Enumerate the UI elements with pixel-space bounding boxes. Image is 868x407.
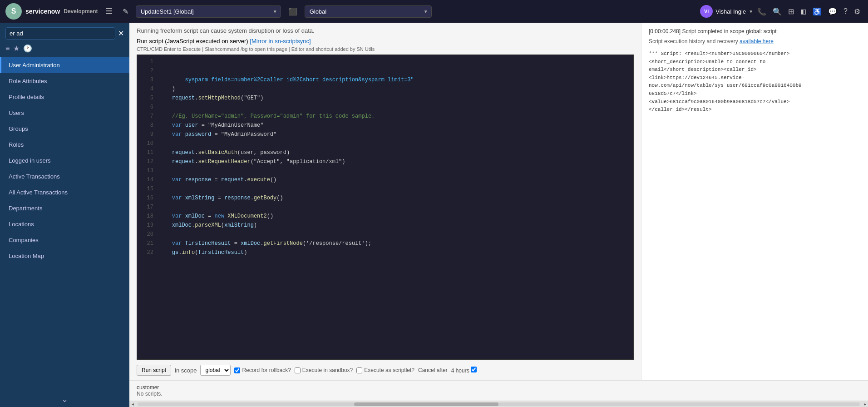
line-number: 10 <box>141 140 153 149</box>
sidebar-list-btn[interactable]: ≡ <box>5 45 10 53</box>
monitor-btn[interactable]: ⬛ <box>286 5 300 18</box>
sidebar-item-8[interactable]: All Active Transactions <box>0 184 129 200</box>
user-chevron: ▼ <box>749 9 753 14</box>
sidebar-item-5[interactable]: Roles <box>0 137 129 153</box>
customer-label: customer <box>137 384 861 391</box>
sidebar-item-7[interactable]: Active Transactions <box>0 169 129 184</box>
sidebar-item-6[interactable]: Logged in users <box>0 153 129 169</box>
editor-shortcuts: CTRL/CMD Enter to Execute | Slashcommand… <box>137 46 634 52</box>
sidebar-item-1[interactable]: Role Attributes <box>0 73 129 89</box>
line-number: 5 <box>141 95 153 104</box>
user-name: Vishal Ingle <box>715 8 746 15</box>
sidebar-item-2[interactable]: Profile details <box>0 89 129 105</box>
sidebar-item-label-4: Groups <box>9 125 28 132</box>
grid-icon-btn[interactable]: ⊞ <box>786 5 796 18</box>
sidebar-search-input[interactable] <box>5 27 115 40</box>
line-number: 22 <box>141 249 153 258</box>
line-number: 1 <box>141 59 153 68</box>
line-number: 2 <box>141 68 153 77</box>
accessibility-btn[interactable]: ♿ <box>810 5 824 18</box>
editor-title: Run script (JavaScript executed on serve… <box>137 38 634 45</box>
sidebar-toggle-btn[interactable]: ◧ <box>798 5 809 17</box>
sidebar-star-btn[interactable]: ★ <box>13 44 20 53</box>
output-history-prefix: Script execution history and recovery <box>649 38 740 45</box>
line-number: 7 <box>141 113 153 122</box>
sidebar-item-3[interactable]: Users <box>0 105 129 121</box>
line-code: sysparm_fields=number%2Ccaller_id%2Cshor… <box>159 77 414 86</box>
line-number: 14 <box>141 177 153 186</box>
sidebar: ✕ ≡ ★ 🕐 User Administration Role Attribu… <box>0 23 129 407</box>
scroll-right-arrow[interactable]: ▸ <box>862 401 868 407</box>
scope-select-control[interactable]: global local <box>200 365 231 376</box>
rollback-label[interactable]: Record for rollback? <box>234 367 291 373</box>
sidebar-item-label-6: Logged in users <box>9 157 51 164</box>
sidebar-item-0[interactable]: User Administration <box>0 57 129 73</box>
code-line-12: 12 request.setRequestHeader("Accept", "a… <box>137 159 633 168</box>
phone-icon-btn[interactable]: 📞 <box>755 5 769 18</box>
line-number: 13 <box>141 168 153 177</box>
chat-btn[interactable]: 💬 <box>826 5 839 18</box>
sandbox-label[interactable]: Execute in sandbox? <box>295 367 353 373</box>
user-menu[interactable]: VI Vishal Ingle ▼ <box>700 5 753 18</box>
output-history: Script execution history and recovery av… <box>649 38 861 45</box>
scriptlet-label[interactable]: Execute as scriptlet? <box>356 367 414 373</box>
main-layout: ✕ ≡ ★ 🕐 User Administration Role Attribu… <box>0 23 868 407</box>
output-history-link[interactable]: available here <box>740 38 774 45</box>
sidebar-search-area: ✕ <box>0 23 129 44</box>
code-line-19: 19 xmlDoc.parseXML(xmlString) <box>137 222 633 231</box>
code-line-14: 14 var response = request.execute() <box>137 177 633 186</box>
horizontal-scrollbar[interactable]: ◂ ▸ <box>129 401 868 407</box>
scroll-down-btn[interactable]: ⌄ <box>61 394 68 404</box>
search-icon-btn[interactable]: 🔍 <box>770 5 784 18</box>
sidebar-item-label-3: Users <box>9 109 24 116</box>
scroll-left-arrow[interactable]: ◂ <box>129 401 136 407</box>
scrollbar-track[interactable] <box>138 402 860 406</box>
scroll-indicator: ⌄ <box>0 392 129 407</box>
code-line-9: 9 var password = "MyAdminPassword" <box>137 131 633 140</box>
scrollbar-thumb[interactable] <box>354 402 498 406</box>
code-line-10: 10 <box>137 140 633 149</box>
run-script-btn[interactable]: Run script <box>137 365 171 376</box>
settings-btn[interactable]: ⚙ <box>852 5 863 18</box>
scriptlet-checkbox[interactable] <box>356 367 362 373</box>
mirror-link[interactable]: [Mirror in sn-scriptsync] <box>250 38 311 45</box>
line-number: 11 <box>141 149 153 159</box>
sidebar-item-9[interactable]: Departments <box>0 200 129 216</box>
line-code: request.setRequestHeader("Accept", "appl… <box>159 159 345 168</box>
sidebar-search-clear-btn[interactable]: ✕ <box>118 29 124 38</box>
line-code: var user = "MyAdminUserName" <box>159 122 263 131</box>
editor-header: Running freeform script can cause system… <box>129 23 641 55</box>
sidebar-item-12[interactable]: Location Map <box>0 248 129 264</box>
sidebar-item-label-9: Departments <box>9 205 42 212</box>
sidebar-item-label-10: Locations <box>9 221 34 228</box>
code-line-8: 8 var user = "MyAdminUserName" <box>137 122 633 131</box>
scope-select[interactable]: Global <box>305 5 432 18</box>
pencil-btn[interactable]: ✎ <box>120 5 131 18</box>
sidebar-item-11[interactable]: Companies <box>0 232 129 248</box>
code-line-17: 17 <box>137 204 633 213</box>
code-editor[interactable]: 1 2 3 sysparm_fields=number%2Ccaller_id%… <box>137 55 634 360</box>
update-set-select-wrap: UpdateSet1 [Global] ▼ <box>136 5 281 18</box>
sidebar-clock-btn[interactable]: 🕐 <box>23 44 32 53</box>
line-number: 12 <box>141 159 153 168</box>
code-line-3: 3 sysparm_fields=number%2Ccaller_id%2Csh… <box>137 77 633 86</box>
update-set-select[interactable]: UpdateSet1 [Global] <box>136 5 281 18</box>
sidebar-item-label-1: Role Attributes <box>9 78 47 84</box>
sidebar-item-label-7: Active Transactions <box>9 173 60 180</box>
line-code: //Eg. UserName="admin", Password="admin"… <box>159 113 375 122</box>
sandbox-checkbox[interactable] <box>295 367 301 373</box>
sidebar-item-label-5: Roles <box>9 141 24 148</box>
cancel-hours-checkbox[interactable] <box>471 367 477 372</box>
hamburger-btn[interactable]: ☰ <box>103 5 115 18</box>
line-number: 6 <box>141 104 153 113</box>
sidebar-item-10[interactable]: Locations <box>0 216 129 232</box>
line-number: 9 <box>141 131 153 140</box>
sidebar-item-label-12: Location Map <box>9 253 44 259</box>
line-code: gs.info(firstIncResult) <box>159 249 247 258</box>
code-line-2: 2 <box>137 68 633 77</box>
rollback-checkbox[interactable] <box>234 367 240 373</box>
sidebar-item-label-11: Companies <box>9 237 39 243</box>
help-btn[interactable]: ? <box>841 5 850 18</box>
sidebar-item-4[interactable]: Groups <box>0 121 129 137</box>
code-line-18: 18 var xmlDoc = new XMLDocument2() <box>137 213 633 222</box>
